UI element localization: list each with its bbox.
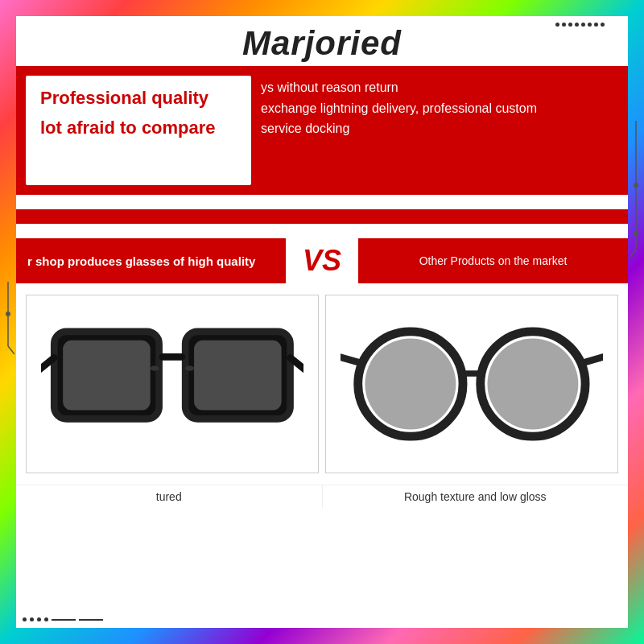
dot-8 [601, 23, 605, 27]
quality-card: Professional quality lot afraid to compa… [26, 76, 251, 185]
vs-section: r shop produces glasses of high quality … [16, 238, 628, 283]
other-products-text: Other Products on the market [419, 254, 568, 267]
svg-point-12 [488, 339, 579, 430]
shop-quality-text: r shop produces glasses of high quality [27, 254, 255, 268]
dot-bl-3 [37, 617, 41, 621]
vs-left-panel: r shop produces glasses of high quality [16, 238, 286, 283]
dot-7 [594, 23, 598, 27]
brand-title: Marjoried [16, 24, 628, 63]
vs-label: VS [303, 244, 341, 278]
bottom-right-description: Rough texture and low gloss [323, 485, 629, 508]
vs-center-panel: VS [286, 238, 358, 283]
compare-text: lot afraid to compare [40, 117, 237, 140]
dot-line-1 [52, 619, 76, 621]
dot-4 [575, 23, 579, 27]
quality-text: Professional quality [40, 87, 237, 110]
dot-5 [581, 23, 585, 27]
svg-line-21 [8, 346, 14, 354]
vs-right-panel: Other Products on the market [358, 238, 628, 283]
svg-point-8 [185, 365, 194, 371]
svg-line-14 [341, 353, 358, 362]
svg-point-19 [634, 231, 638, 236]
left-glasses-card [26, 295, 319, 473]
dot-bl-4 [44, 617, 48, 621]
white-gap-1 [16, 195, 628, 209]
left-glasses-image [41, 304, 303, 464]
service-docking-text: service docking [261, 118, 618, 139]
circuit-decoration-left [2, 282, 14, 362]
right-glasses-card [325, 295, 618, 473]
dot-line-2 [79, 619, 103, 621]
svg-point-18 [634, 183, 638, 188]
dot-6 [588, 23, 592, 27]
dot-bl-2 [30, 617, 34, 621]
svg-point-10 [365, 339, 456, 430]
svg-rect-3 [194, 341, 282, 411]
svg-point-22 [6, 312, 10, 316]
main-container: Marjoried Professional quality lot afrai… [16, 16, 628, 628]
glasses-section [16, 283, 628, 485]
decorative-dots-bottom-left [23, 617, 103, 621]
dot-3 [568, 23, 572, 27]
exchange-text: exchange lightning delivery, professiona… [261, 98, 618, 119]
dot-2 [562, 23, 566, 27]
red-stripe [16, 209, 628, 224]
dot-1 [555, 23, 559, 27]
svg-line-17 [630, 250, 636, 258]
svg-rect-1 [63, 341, 151, 411]
dot-bl-1 [23, 617, 27, 621]
header: Marjoried [16, 16, 628, 66]
top-banner: Professional quality lot afraid to compa… [16, 66, 628, 195]
decorative-dots-top-right [555, 23, 620, 27]
bottom-left-description: tured [16, 485, 323, 508]
banner-right-text: ys without reason return exchange lightn… [251, 66, 628, 195]
white-gap-2 [16, 224, 628, 238]
svg-rect-4 [159, 353, 186, 361]
right-glasses-image [341, 304, 603, 464]
circuit-decoration-right [630, 121, 642, 282]
svg-line-15 [585, 353, 603, 362]
bottom-text-strip: tured Rough texture and low gloss [16, 485, 628, 508]
return-policy-text: ys without reason return [261, 77, 618, 98]
svg-point-7 [151, 365, 159, 371]
